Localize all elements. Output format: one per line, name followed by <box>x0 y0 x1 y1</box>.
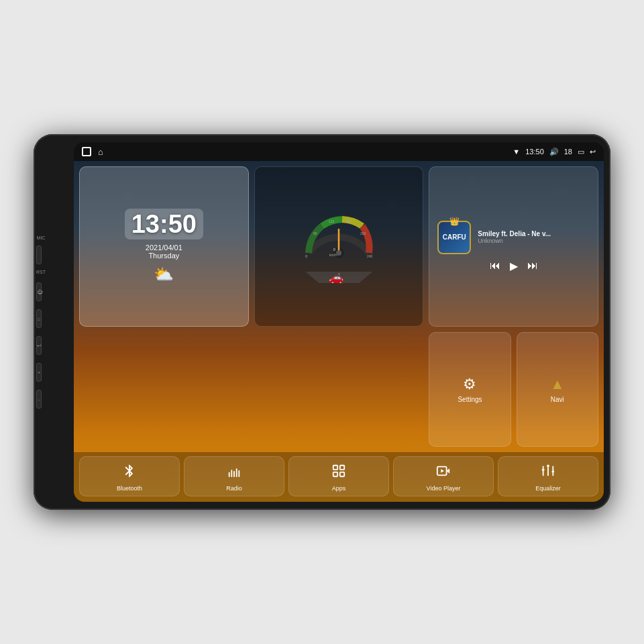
music-logo: 👑 CARFU <box>437 221 471 254</box>
svg-point-31 <box>547 465 549 468</box>
video-icon <box>436 464 451 482</box>
svg-point-34 <box>552 470 555 473</box>
apps-icon <box>331 464 346 482</box>
side-button-vol-up[interactable]: + <box>36 363 42 382</box>
clock-display: 13:50 <box>125 209 203 239</box>
music-top: 👑 CARFU Smiley ft. Delia - Ne v... Unkno… <box>437 221 590 254</box>
speedometer-widget: 0 80 120 160 200 240 0 km/h <box>254 166 424 327</box>
status-bar: ⌂ ▼ 13:50 🔊 18 ▭ ↩ <box>74 142 604 161</box>
status-right: ▼ 13:50 🔊 18 ▭ ↩ <box>513 148 596 156</box>
navi-icon: ▲ <box>550 376 565 393</box>
svg-rect-20 <box>340 466 344 470</box>
clock-date: 2021/04/01 Thursday <box>146 244 182 260</box>
svg-marker-25 <box>441 469 444 473</box>
navi-widget[interactable]: ▲ Navi <box>517 332 598 447</box>
car-head-unit: MIC RST ⏻ ⌂ ↩ + - ⌂ ▼ 1 <box>34 134 610 510</box>
svg-rect-17 <box>236 468 237 477</box>
music-controls: ⏮ ▶ ⏭ <box>437 260 590 272</box>
status-left: ⌂ <box>82 147 103 157</box>
svg-rect-21 <box>333 472 337 476</box>
road-scene: 🚗 <box>260 260 418 283</box>
status-time: 13:50 <box>525 148 544 156</box>
rst-label: RST <box>36 270 46 274</box>
svg-text:120: 120 <box>329 219 335 223</box>
back-btn-icon[interactable]: ↩ <box>590 148 596 156</box>
video-label: Video Player <box>427 485 461 492</box>
svg-rect-14 <box>229 472 230 477</box>
navi-label: Navi <box>551 396 564 403</box>
window-btn-icon[interactable]: ▭ <box>578 148 584 156</box>
next-button[interactable]: ⏭ <box>527 260 538 272</box>
svg-text:240: 240 <box>367 254 373 258</box>
car-icon: 🚗 <box>329 270 344 283</box>
screen-content: 13:50 2021/04/01 Thursday ⛅ <box>74 161 604 502</box>
music-title: Smiley ft. Delia - Ne v... <box>478 230 590 237</box>
settings-navi-grid: ⚙ Settings ▲ Navi <box>429 332 598 447</box>
svg-point-28 <box>542 468 545 471</box>
side-button-1[interactable] <box>36 246 42 264</box>
svg-text:0: 0 <box>333 248 335 252</box>
main-grid: 13:50 2021/04/01 Thursday ⛅ <box>74 161 604 452</box>
svg-rect-15 <box>231 470 232 477</box>
side-button-home[interactable]: ⌂ <box>36 309 42 328</box>
side-button-power[interactable]: ⏻ <box>36 282 42 301</box>
svg-text:80: 80 <box>313 231 317 235</box>
side-button-back[interactable]: ↩ <box>36 336 42 355</box>
screen: ⌂ ▼ 13:50 🔊 18 ▭ ↩ 13:50 2021/04/01 Thur… <box>74 142 604 502</box>
apps-label: Apps <box>332 485 346 492</box>
mic-label: MIC <box>37 235 46 240</box>
music-artist: Unknown <box>478 237 590 244</box>
radio-label: Radio <box>226 485 242 492</box>
video-button[interactable]: Video Player <box>393 456 494 496</box>
side-button-vol-down[interactable]: - <box>36 390 42 409</box>
bluetooth-icon <box>122 464 137 482</box>
prev-button[interactable]: ⏮ <box>490 260 500 272</box>
music-widget[interactable]: 👑 CARFU Smiley ft. Delia - Ne v... Unkno… <box>429 166 598 327</box>
home-icon[interactable]: ⌂ <box>98 147 103 157</box>
volume-level: 18 <box>564 148 572 156</box>
settings-label: Settings <box>458 396 482 403</box>
svg-rect-19 <box>333 466 337 470</box>
svg-text:200: 200 <box>360 231 366 235</box>
music-info: Smiley ft. Delia - Ne v... Unknown <box>478 230 590 244</box>
play-button[interactable]: ▶ <box>510 260 518 272</box>
radio-icon <box>227 464 241 482</box>
side-buttons: MIC RST ⏻ ⌂ ↩ + - <box>34 235 48 409</box>
volume-icon: 🔊 <box>549 148 559 156</box>
speedometer-svg: 0 80 120 160 200 240 0 km/h <box>299 209 379 260</box>
radio-button[interactable]: Radio <box>184 456 284 496</box>
apps-button[interactable]: Apps <box>288 456 389 496</box>
bottom-bar: Bluetooth Radio <box>74 452 604 502</box>
equalizer-label: Equalizer <box>535 485 561 492</box>
settings-widget[interactable]: ⚙ Settings <box>429 332 511 447</box>
svg-text:km/h: km/h <box>329 253 337 257</box>
bluetooth-label: Bluetooth <box>117 485 142 492</box>
logo-text: CARFU <box>443 233 466 241</box>
svg-point-8 <box>336 250 341 256</box>
svg-rect-16 <box>233 471 235 477</box>
weather-icon: ⛅ <box>154 265 174 284</box>
crown-icon: 👑 <box>449 217 460 226</box>
clock-widget[interactable]: 13:50 2021/04/01 Thursday ⛅ <box>79 166 249 327</box>
svg-rect-18 <box>238 470 239 477</box>
wifi-icon: ▼ <box>513 148 520 156</box>
svg-rect-22 <box>340 472 344 476</box>
svg-text:160: 160 <box>345 219 352 223</box>
svg-text:0: 0 <box>305 254 308 258</box>
bluetooth-button[interactable]: Bluetooth <box>79 456 180 496</box>
settings-icon: ⚙ <box>463 376 476 393</box>
window-icon <box>82 147 91 156</box>
equalizer-button[interactable]: Equalizer <box>498 456 598 496</box>
equalizer-icon <box>541 464 555 482</box>
